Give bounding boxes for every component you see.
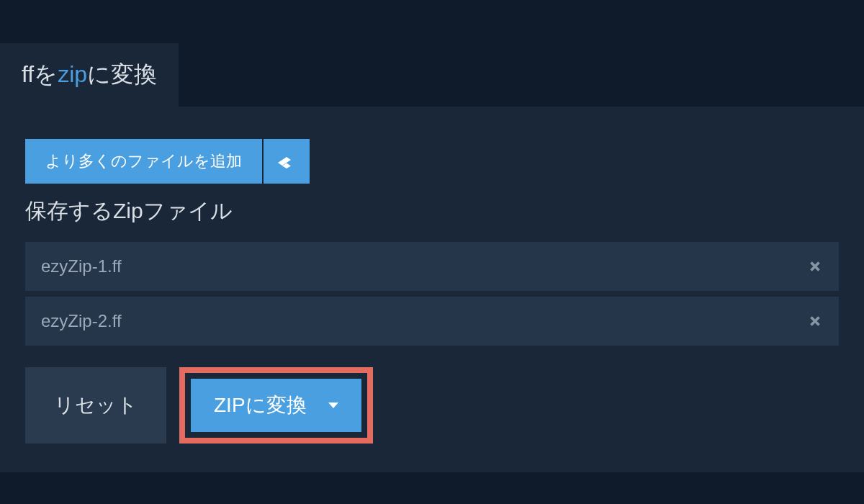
dropbox-icon (278, 153, 295, 170)
close-icon (807, 258, 823, 274)
file-item: ezyZip-2.ff (25, 297, 839, 346)
add-files-row: より多くのファイルを追加 (25, 139, 839, 184)
add-more-files-label: より多くのファイルを追加 (45, 150, 242, 172)
file-name: ezyZip-1.ff (41, 256, 122, 276)
remove-file-button[interactable] (807, 258, 823, 274)
convert-button-highlight: ZIPに変換 (179, 367, 373, 444)
reset-button-label: リセット (54, 394, 138, 416)
convert-to-zip-button[interactable]: ZIPに変換 (191, 379, 361, 432)
dropbox-button[interactable] (264, 139, 310, 184)
content-area: より多くのファイルを追加 保存するZipファイル ezyZip-1.ff (0, 107, 864, 472)
tab-title-prefix: ff (22, 61, 34, 87)
remove-file-button[interactable] (807, 313, 823, 329)
tab-title-suffix: に変換 (87, 61, 157, 87)
tab-header: ffをzipに変換 (0, 43, 179, 107)
reset-button[interactable]: リセット (25, 367, 166, 444)
convert-button-label: ZIPに変換 (214, 392, 307, 419)
tab-title-middle1: を (34, 61, 58, 87)
file-list: ezyZip-1.ff ezyZip-2.ff (25, 242, 839, 346)
file-name: ezyZip-2.ff (41, 311, 122, 331)
tab-title-highlight: zip (58, 61, 87, 87)
add-more-files-button[interactable]: より多くのファイルを追加 (25, 139, 262, 184)
file-item: ezyZip-1.ff (25, 242, 839, 291)
zip-file-section-label: 保存するZipファイル (25, 197, 839, 226)
close-icon (807, 313, 823, 329)
action-buttons: リセット ZIPに変換 (25, 367, 839, 444)
caret-down-icon (328, 402, 338, 408)
tab-title: ffをzipに変換 (22, 59, 157, 91)
